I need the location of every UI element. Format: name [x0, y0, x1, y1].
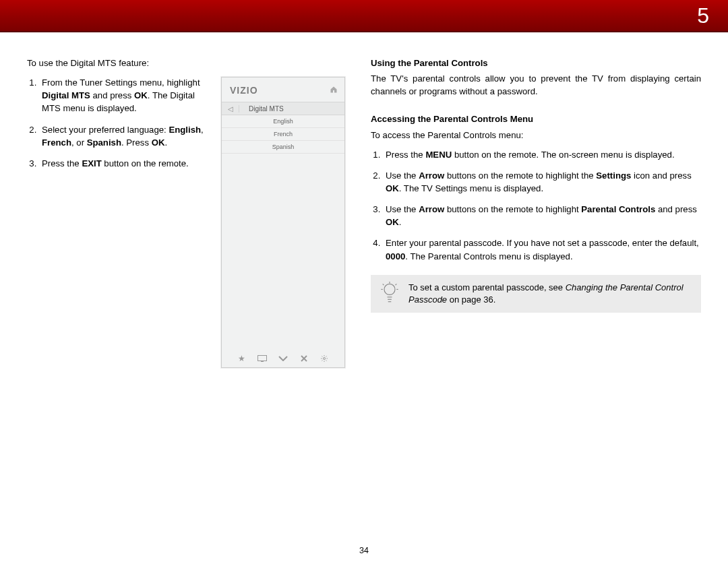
svg-point-5 [384, 284, 395, 294]
svg-line-10 [383, 284, 384, 285]
vizio-logo: VIZIO [230, 85, 258, 96]
tv-menu-item: Spanish [222, 141, 344, 154]
back-arrow-icon: ◁ [222, 105, 239, 113]
screen-icon [256, 355, 268, 362]
tv-menu-list: English French Spanish [222, 115, 344, 154]
close-icon [298, 355, 310, 362]
right-step-1: Press the MENU button on the remote. The… [383, 148, 701, 161]
page-content: To use the Digital MTS feature: From the… [0, 32, 728, 368]
tip-callout: To set a custom parental passcode, see C… [371, 275, 701, 313]
chapter-number: 5 [697, 3, 709, 28]
right-step-2: Use the Arrow buttons on the remote to h… [383, 169, 701, 195]
tip-text: To set a custom parental passcode, see C… [408, 282, 692, 306]
tv-menu-item: French [222, 128, 344, 141]
star-icon: ★ [236, 354, 248, 363]
left-text: To use the Digital MTS feature: From the… [27, 57, 209, 368]
svg-line-11 [396, 284, 397, 285]
left-step-1: From the Tuner Settings menu, highlight … [39, 76, 209, 115]
tv-menu-title-row: ◁ Digital MTS [222, 102, 344, 115]
svg-point-4 [324, 358, 326, 360]
gear-icon [318, 354, 330, 363]
left-step-2: Select your preferred language: English,… [39, 123, 209, 149]
tv-menu-title: Digital MTS [239, 105, 284, 113]
lightbulb-icon [380, 282, 399, 306]
left-steps: From the Tuner Settings menu, highlight … [27, 76, 209, 170]
tv-menu-footer: ★ [222, 350, 344, 367]
page-number: 34 [0, 546, 728, 555]
svg-rect-0 [258, 356, 267, 361]
right-steps: Press the MENU button on the remote. The… [371, 148, 701, 263]
left-column: To use the Digital MTS feature: From the… [27, 57, 351, 368]
chapter-header: 5 [0, 0, 728, 32]
chevron-down-icon [277, 356, 289, 361]
left-intro: To use the Digital MTS feature: [27, 57, 209, 69]
section-heading-parental: Using the Parental Controls [371, 57, 701, 69]
tv-menu-header: VIZIO [222, 77, 344, 102]
left-step-3: Press the EXIT button on the remote. [39, 157, 209, 170]
section-heading-access: Accessing the Parental Controls Menu [371, 113, 701, 125]
right-step-4: Enter your parental passcode. If you hav… [383, 237, 701, 262]
tv-menu-screenshot: VIZIO ◁ Digital MTS English French Spani… [221, 77, 345, 368]
right-column: Using the Parental Controls The TV's par… [371, 57, 701, 368]
parental-intro: The TV's parental controls allow you to … [371, 72, 701, 98]
access-intro: To access the Parental Controls menu: [371, 129, 701, 142]
right-step-3: Use the Arrow buttons on the remote to h… [383, 203, 701, 228]
tv-menu-spacer [222, 154, 344, 350]
tv-menu-item: English [222, 115, 344, 128]
home-icon [330, 84, 338, 96]
